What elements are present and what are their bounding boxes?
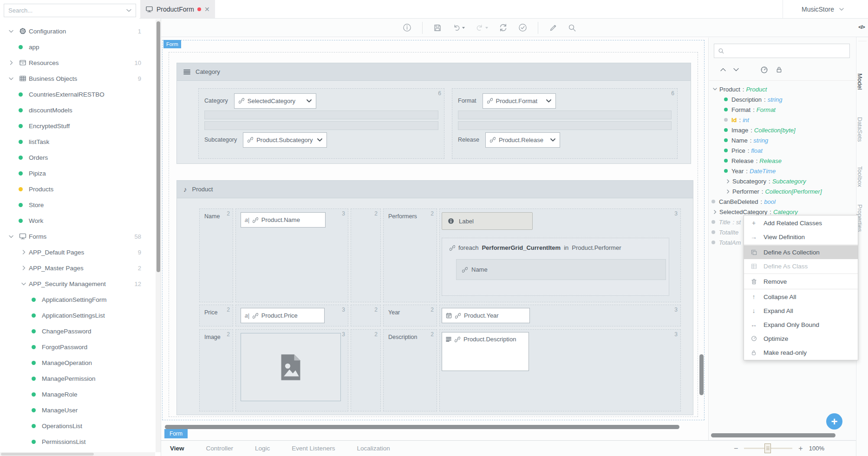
category-section-header[interactable]: Category: [177, 63, 691, 81]
sidebar-item-forms[interactable]: Forms 58: [0, 228, 155, 244]
model-node-id[interactable]: Id : int: [709, 115, 855, 125]
tab-model[interactable]: Model: [856, 73, 868, 90]
sidebar-item-operationslist[interactable]: OperationsList: [0, 418, 155, 434]
grid-cell-spacer[interactable]: 2: [351, 208, 381, 302]
chevron-up-icon[interactable]: [720, 68, 726, 72]
category-right-column[interactable]: 6 Format Product.Format Release Product: [452, 88, 678, 159]
tab-toolbox[interactable]: Toolbox: [856, 166, 868, 187]
tab-event-listeners[interactable]: Event Listeners: [292, 445, 335, 452]
price-textbox[interactable]: a| Product.Price: [241, 308, 325, 323]
model-node-performer[interactable]: Performer : Collection[Performer]: [709, 186, 855, 196]
chevron-down-icon[interactable]: [711, 88, 718, 91]
save-icon[interactable]: [433, 24, 442, 32]
chevron-right-icon[interactable]: [711, 210, 718, 214]
menu-item-optimize[interactable]: Optimize: [744, 332, 858, 345]
menu-item-collapse-all[interactable]: ↑ Collapse All: [744, 290, 858, 304]
sidebar-item-app[interactable]: app: [0, 39, 155, 55]
placeholder-widget[interactable]: [458, 111, 672, 119]
grid-cell-year-input[interactable]: 3 Product.Year: [439, 305, 681, 326]
placeholder-widget[interactable]: [458, 121, 672, 130]
grid-cell-price-input[interactable]: 3 a| Product.Price: [235, 305, 348, 326]
sidebar-item-app-default-pages[interactable]: APP_Default Pages 9: [0, 244, 155, 260]
menu-item-remove[interactable]: Remove: [744, 274, 858, 288]
canvas-vscrollbar-thumb[interactable]: [699, 354, 704, 395]
tab-logic[interactable]: Logic: [255, 445, 270, 452]
chevron-right-icon[interactable]: [6, 60, 16, 65]
model-node-image[interactable]: Image : Collection[byte]: [709, 125, 855, 135]
product-section[interactable]: ♪ Product Name 2 3 a| Product.Name 2 Per: [176, 180, 693, 415]
sidebar-item-forgotpassword[interactable]: ForgotPassword: [0, 339, 155, 355]
sidebar-item-encryptedstuff[interactable]: EncryptedStuff: [0, 118, 155, 134]
sidebar-item-manageuser[interactable]: ManageUser: [0, 402, 155, 418]
category-section[interactable]: Category 6 Category SelectedCategory Sub…: [176, 63, 691, 164]
chevron-down-icon[interactable]: [6, 77, 16, 80]
model-node-price[interactable]: Price : float: [709, 145, 855, 156]
release-dropdown[interactable]: Product.Release: [485, 132, 560, 148]
menu-item-expand-all[interactable]: ↓ Expand All: [744, 304, 858, 318]
model-node-name[interactable]: Name : string: [709, 135, 855, 145]
category-dropdown[interactable]: SelectedCategory: [234, 93, 316, 109]
sidebar-item-managepermission[interactable]: ManagePermission: [0, 371, 155, 386]
sidebar-item-managerole[interactable]: ManageRole: [0, 386, 155, 402]
sidebar-scrollbar-thumb[interactable]: [157, 21, 160, 272]
tab-localization[interactable]: Localization: [357, 445, 390, 452]
redo-button[interactable]: [476, 24, 488, 32]
form-badge[interactable]: Form: [163, 40, 181, 48]
grid-cell-spacer[interactable]: 2: [351, 305, 381, 326]
product-section-header[interactable]: ♪ Product: [177, 181, 693, 198]
menu-item-define-as-class[interactable]: Define As Class: [744, 259, 858, 273]
close-icon[interactable]: ✕: [204, 6, 210, 13]
brush-icon[interactable]: [549, 24, 557, 32]
format-dropdown[interactable]: Product.Format: [483, 93, 556, 109]
grid-cell-name-label[interactable]: Name 2: [199, 208, 233, 302]
model-node-format[interactable]: Format : Format: [709, 104, 855, 115]
search-icon[interactable]: [568, 24, 576, 32]
canvas-hscrollbar-thumb[interactable]: [165, 425, 679, 429]
sidebar-item-applicationsettingform[interactable]: ApplicationSettingForm: [0, 292, 155, 307]
grid-cell-performers[interactable]: 3 Label foreach PerformerGrid_CurrentIte…: [439, 208, 681, 302]
code-view-icon[interactable]: </>: [855, 24, 868, 30]
sidebar-item-products[interactable]: Products: [0, 181, 155, 197]
panel-hscrollbar-thumb[interactable]: [711, 433, 835, 437]
year-datepicker[interactable]: Product.Year: [442, 308, 530, 323]
zoom-slider-handle[interactable]: [764, 443, 771, 453]
form-designer-canvas[interactable]: Form Category 6 Category SelectedCategor…: [161, 38, 709, 440]
validate-check-icon[interactable]: [518, 23, 527, 32]
form-badge[interactable]: Form: [164, 429, 188, 438]
sidebar-item-listtask[interactable]: listTask: [0, 134, 155, 150]
model-search-input[interactable]: [727, 47, 846, 54]
category-left-column[interactable]: 6 Category SelectedCategory Subcategory: [198, 88, 444, 159]
sidebar-item-orders[interactable]: Orders: [0, 150, 155, 165]
grid-cell-performers-label[interactable]: Performers 2: [383, 208, 437, 302]
model-node-product[interactable]: Product : Product: [709, 84, 855, 94]
menu-item-define-as-collection[interactable]: Define As Collection: [744, 245, 858, 259]
sidebar-item-countriesexternalrestbo[interactable]: CountriesExternalRESTBO: [0, 86, 155, 102]
description-textarea[interactable]: Product.Description: [442, 332, 529, 371]
grid-cell-description-label[interactable]: Description 2: [383, 329, 437, 411]
subcategory-dropdown[interactable]: Product.Subcategory: [243, 132, 327, 148]
sidebar-item-store[interactable]: Store: [0, 197, 155, 213]
sidebar-item-configuration[interactable]: Configuration 1: [0, 23, 155, 39]
grid-cell-image-label[interactable]: Image 2: [199, 329, 233, 411]
sidebar-item-changepassword[interactable]: ChangePassword: [0, 323, 155, 339]
undo-button[interactable]: [452, 24, 465, 32]
refresh-icon[interactable]: [499, 23, 508, 32]
model-node-subcategory[interactable]: Subcategory : Subcategory: [709, 176, 855, 186]
grid-cell-price-label[interactable]: Price 2: [199, 305, 233, 326]
chevron-right-icon[interactable]: [724, 189, 731, 194]
info-icon[interactable]: [403, 23, 411, 32]
model-node-year[interactable]: Year : DateTime: [709, 166, 855, 176]
model-node-description[interactable]: Description : string: [709, 94, 855, 104]
sidebar-item-manageoperation[interactable]: ManageOperation: [0, 355, 155, 371]
grid-cell-description[interactable]: 3 Product.Description: [439, 329, 681, 411]
placeholder-widget[interactable]: [204, 111, 438, 119]
chevron-right-icon[interactable]: [19, 250, 29, 254]
sidebar-item-app-security-management[interactable]: APP_Security Management 12: [0, 276, 155, 292]
add-button[interactable]: +: [826, 413, 842, 430]
tab-productform[interactable]: ProductForm ✕: [140, 0, 215, 18]
placeholder-widget[interactable]: [204, 121, 438, 130]
name-textbox[interactable]: a| Product.Name: [241, 212, 326, 228]
sidebar-item-permissionslist[interactable]: PermissionsList: [0, 434, 155, 449]
sidebar-item-work[interactable]: Work: [0, 213, 155, 228]
tab-datasets[interactable]: DataSets: [856, 117, 868, 142]
